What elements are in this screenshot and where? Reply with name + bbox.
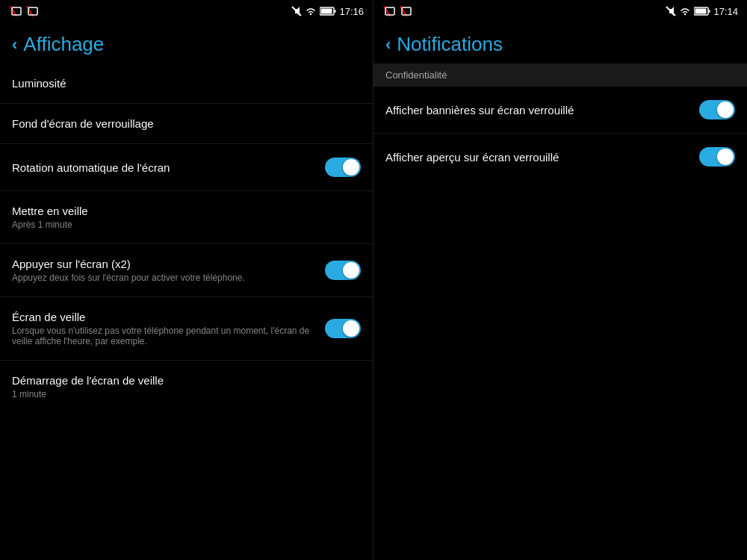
right-battery-icon [694,7,710,16]
sim2-icon [25,6,39,16]
rotation-toggle[interactable] [325,158,361,177]
svg-marker-14 [669,7,674,16]
left-item-ecran-veille[interactable]: Écran de veille Lorsque vous n'utilisez … [0,297,373,361]
veille-sublabel: Après 1 minute [12,220,361,230]
apercu-label: Afficher aperçu sur écran verrouillé [385,151,699,164]
right-item-apercu[interactable]: Afficher aperçu sur écran verrouillé [374,134,747,180]
right-wifi-icon [679,6,691,16]
right-item-bannieres[interactable]: Afficher bannières sur écran verrouillé [374,87,747,134]
right-status-right: 17:14 [666,6,738,17]
luminosite-label: Luminosité [12,77,361,90]
no-sound-icon [291,6,302,16]
confidentialite-section: Confidentialité [374,63,747,87]
left-back-arrow[interactable]: ‹ [12,37,17,53]
left-item-appuyer[interactable]: Appuyer sur l'écran (x2) Appuyez deux fo… [0,244,373,297]
left-settings-list: Luminosité Fond d'écran de verrouillage … [0,63,373,560]
right-page-title: Notifications [397,33,503,56]
left-page-title: Affichage [23,33,104,56]
appuyer-sublabel: Appuyez deux fois sur l'écran pour activ… [12,273,325,283]
left-item-rotation[interactable]: Rotation automatique de l'écran [0,144,373,191]
svg-marker-5 [295,7,300,16]
svg-rect-8 [321,9,332,14]
right-panel: 17:14 ‹ Notifications Confidentialité Af… [374,0,747,560]
right-settings-list: Afficher bannières sur écran verrouillé … [374,87,747,560]
svg-rect-16 [709,10,710,13]
bannieres-label: Afficher bannières sur écran verrouillé [385,104,699,116]
svg-rect-7 [335,10,336,13]
appuyer-label: Appuyer sur l'écran (x2) [12,258,325,270]
demarrage-sublabel: 1 minute [12,389,361,399]
right-sim1-icon [382,6,396,16]
right-status-bar: 17:14 [374,0,747,22]
right-page-header[interactable]: ‹ Notifications [374,22,747,63]
battery-icon [320,7,336,16]
left-item-luminosite[interactable]: Luminosité [0,63,373,104]
rotation-label: Rotation automatique de l'écran [12,161,325,174]
fond-ecran-label: Fond d'écran de verrouillage [12,117,361,130]
left-page-header[interactable]: ‹ Affichage [0,22,373,63]
left-panel: 17:16 ‹ Affichage Luminosité Fond d'écra… [0,0,374,560]
left-item-fond-ecran[interactable]: Fond d'écran de verrouillage [0,104,373,144]
svg-rect-17 [695,9,707,14]
right-back-arrow[interactable]: ‹ [385,37,391,53]
ecran-veille-label: Écran de veille [12,311,325,323]
left-status-right: 17:16 [291,6,364,17]
left-status-icons [9,6,39,16]
sim1-icon [9,6,22,16]
ecran-veille-toggle[interactable] [325,319,361,338]
right-sim2-icon [399,6,412,16]
left-item-veille[interactable]: Mettre en veille Après 1 minute [0,191,373,244]
wifi-icon [305,6,317,16]
section-label: Confidentialité [385,69,447,81]
left-status-bar: 17:16 [0,0,373,22]
demarrage-label: Démarrage de l'écran de veille [12,374,361,387]
right-no-sound-icon [666,6,676,16]
bannieres-toggle[interactable] [699,100,735,119]
right-time: 17:14 [713,6,738,17]
appuyer-toggle[interactable] [325,261,361,280]
apercu-toggle[interactable] [699,147,735,167]
left-time: 17:16 [339,6,364,17]
right-status-icons [382,6,412,16]
veille-label: Mettre en veille [12,205,361,217]
ecran-veille-sublabel: Lorsque vous n'utilisez pas votre téléph… [12,326,325,346]
left-item-demarrage[interactable]: Démarrage de l'écran de veille 1 minute [0,361,373,413]
